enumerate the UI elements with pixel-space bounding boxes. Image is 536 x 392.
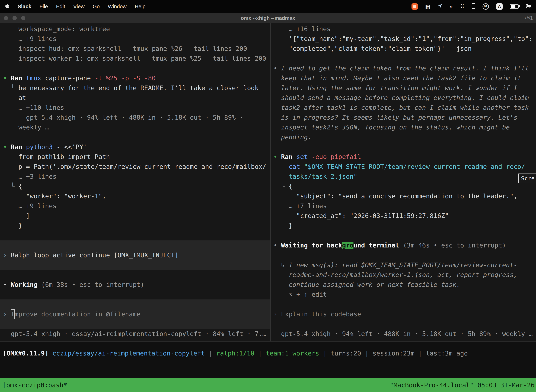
terminal-pane-right[interactable]: … +16 lines '{"team_name":"my-team","tas… [271,23,536,341]
window-title-bar: omx --xhigh --madmax ⌥⌘1 [0,13,536,23]
terminal-line: } [271,221,536,231]
menu-item-window[interactable]: Window [108,4,127,9]
terminal-line [271,54,536,63]
menu-item-view[interactable]: View [73,4,84,9]
screen: { "menu_bar": { "app_name": "Slack", "me… [0,0,536,392]
menu-item-edit[interactable]: Edit [56,4,65,9]
terminal-line: [OMX#0.11.9] cczip/essay/ai-reimplementa… [0,348,536,358]
terminal-line [0,63,270,73]
window-shortcut: ⌥⌘1 [524,13,533,23]
terminal-line [271,299,536,309]
terminal-line: … +110 lines [0,103,270,112]
pane-divider[interactable] [270,23,271,341]
terminal-line: › Improve documentation in @filename [0,309,270,319]
omx-status-bar: [OMX#0.11.9] cczip/essay/ai-reimplementa… [0,342,536,358]
grid-icon[interactable]: ▦ [425,3,430,10]
window-title: omx --xhigh --madmax [0,13,536,23]
dots-grid-icon[interactable]: ⠿ [460,3,464,10]
terminal-line: tasks/task-2.json" [271,172,536,182]
terminal-line: weekly … [0,122,270,132]
battery-fill [511,5,515,8]
terminal-line: '{"team_name":"my-team","task_id":"1","f… [271,34,536,44]
terminal-line: › Ralph loop active continue [OMX_TMUX_I… [0,250,270,260]
terminal-line: cat "$OMX_TEAM_STATE_ROOT/team/review-cu… [271,162,536,172]
terminal-line [271,231,536,240]
terminal-line: └ be necessary for the end of the README… [0,83,270,93]
terminal-line: └ { [271,182,536,191]
terminal-line: ⌥ + ↑ edit [271,289,536,299]
terminal-line: … +3 lines [0,172,270,182]
terminal-line: pending. [271,132,536,142]
terminal-line: from pathlib import Path [0,152,270,162]
terminal-line: • Ran python3 - <<'PY' [0,142,270,152]
terminal-line: … +9 lines [0,34,270,44]
terminal-line: continue assigned work or next feasible … [271,280,536,289]
terminal-line: … +7 lines [271,201,536,211]
terminal-line: should send a message before completing … [271,93,536,103]
terminal-line: › Explain this codebase [271,309,536,319]
terminal-line: is in progress? It seems likely but perh… [271,112,536,122]
terminal-line: • Ran tmux capture-pane -t %25 -p -S -80 [0,73,270,83]
menu-item-go[interactable]: Go [93,4,100,9]
terminal-line [0,240,270,250]
screen-recording-icon[interactable] [412,3,418,10]
tmux-host-clock: "MacBook-Pro-44.local" 05:03 31-Mar-26 [390,378,535,392]
terminal-line: later. Using the same for transition mig… [271,83,536,93]
terminal-line: workspace_mode: worktree [0,24,270,34]
terminal-line [0,260,270,270]
terminal: workspace_mode: worktree … +9 lines insp… [0,23,536,341]
terminal-line: "subject": "send a concise recommendatio… [271,191,536,201]
menu-bar-status-icons: ▦ ◐ ⠿ 61 A [412,3,536,10]
terminal-line: "completed","claim_token":"claim-token"}… [271,44,536,54]
menu-item-file[interactable]: File [39,4,48,9]
location-arrow-icon[interactable] [438,4,442,10]
terminal-line: • Ran set -euo pipefail [271,152,536,162]
terminal-line: inspect_worker-1: omx sparkshell --tmux-… [0,54,270,63]
terminal-line: keep that in mind. Maybe I also need the… [271,73,536,83]
phone-icon[interactable] [472,3,475,10]
display-contrast-icon[interactable]: ◐ [450,3,453,10]
terminal-line: task2 after task1 is complete, but can I… [271,103,536,112]
control-center-icon[interactable] [526,3,531,10]
terminal-pane-left[interactable]: workspace_mode: worktree … +9 lines insp… [0,23,270,341]
apple-menu-icon[interactable] [5,4,10,10]
terminal-line [0,132,270,142]
tmux-status-bar: [omx-cczip0:bash* "MacBook-Pro-44.local"… [0,378,536,392]
terminal-line: • Working (6m 38s • esc to interrupt) [0,280,270,289]
terminal-line [0,231,270,240]
terminal-line: "created_at": "2026-03-31T11:59:27.816Z" [271,211,536,221]
input-source-icon[interactable]: A [496,3,502,10]
terminal-line: } [0,221,270,231]
terminal-line: inspect_hud: omx sparkshell --tmux-pane … [0,44,270,54]
terminal-line: ] [0,211,270,221]
screen-overlay-tooltip: Scre [518,173,536,183]
battery-gauge-icon[interactable]: 61 [483,3,489,10]
terminal-line: "worker": "worker-1", [0,191,270,201]
battery-icon[interactable] [510,4,519,9]
terminal-line [0,289,270,299]
terminal-line [0,270,270,280]
terminal-line: gpt-5.4 xhigh · 94% left · 488K in · 5.1… [0,112,270,122]
terminal-line: … +16 lines [271,24,536,34]
terminal-line: … +9 lines [0,201,270,211]
menu-bar: Slack File Edit View Go Window Help ▦ ◐ … [0,0,536,13]
menu-item-help[interactable]: Help [135,4,146,9]
terminal-line: readme-and-reco/mailbox/worker-1.json, a… [271,270,536,280]
terminal-line: • Waiting for background terminal (3m 46… [271,240,536,250]
terminal-line [271,319,536,329]
terminal-line: at [0,93,270,103]
terminal-line [271,142,536,152]
terminal-line: ↳ 1 new msg(s): read $OMX_TEAM_STATE_ROO… [271,260,536,270]
terminal-line [0,299,270,309]
terminal-line: • I need to get the claim token from the… [271,63,536,73]
tmux-session-label: [omx-cczip0:bash* [2,378,67,392]
terminal-line: gpt-5.4 xhigh · 94% left · 488K in · 5.1… [271,329,536,339]
omx-status-area: [OMX#0.11.9] cczip/essay/ai-reimplementa… [0,342,536,378]
app-menu-slack[interactable]: Slack [18,4,31,9]
terminal-line [271,250,536,260]
terminal-line: └ { [0,182,270,191]
menu-bar-left: Slack File Edit View Go Window Help [0,4,145,10]
terminal-line [0,319,270,329]
terminal-line: inspect task2's JSON, focusing on the st… [271,122,536,132]
terminal-line: gpt-5.4 xhigh · essay/ai-reimplementatio… [0,329,270,339]
